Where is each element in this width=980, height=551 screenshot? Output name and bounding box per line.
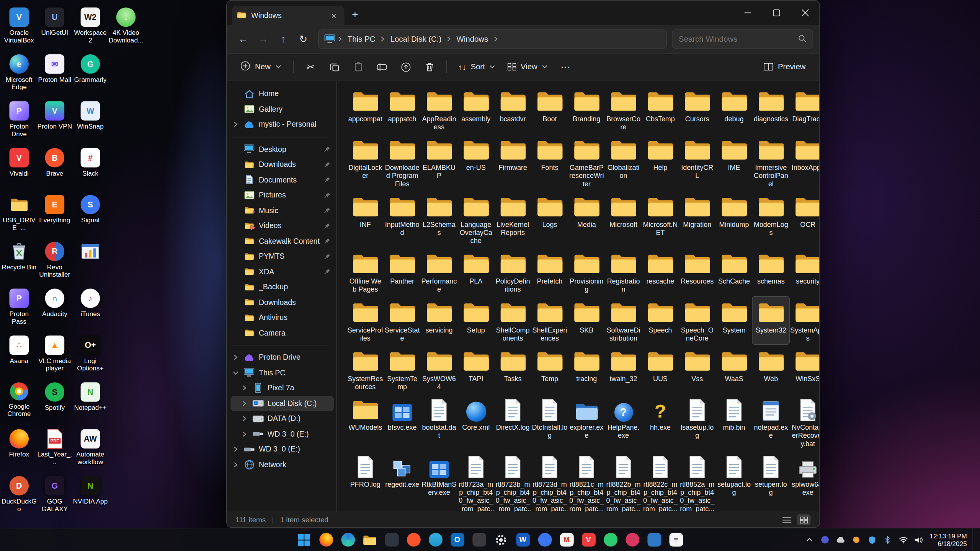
desktop-icon-4k-video-downloader[interactable]: ↓4K Video Download... [108, 8, 144, 54]
share-button[interactable] [394, 57, 417, 77]
folder-item-media[interactable]: Media [568, 191, 605, 247]
onedrive-tray-icon[interactable] [836, 535, 846, 545]
details-view-button[interactable] [780, 514, 794, 525]
folder-item-livekernelreports[interactable]: LiveKernelReports [494, 191, 531, 247]
folder-item-microsoft-net[interactable]: Microsoft.NET [642, 191, 679, 247]
file-item-rtl8822b-mp-chip-bt40-fw-asic-rom-patc[interactable]: rtl8822b_mp_chip_bt40_fw_asic_rom_patc..… [605, 451, 642, 512]
volume-tray-icon[interactable] [914, 535, 924, 545]
desktop-icon-signal[interactable]: SSignal [72, 195, 108, 241]
folder-item-winsxs[interactable]: WinSxS [789, 346, 819, 393]
update-tray-icon[interactable] [851, 535, 861, 545]
folder-item-registration[interactable]: Registration [605, 248, 642, 295]
taskbar-telegram-button[interactable] [427, 531, 444, 548]
chevron-down-icon[interactable] [232, 370, 240, 376]
desktop-icon-everything[interactable]: EEverything [37, 195, 72, 241]
folder-item-inf[interactable]: INF [347, 191, 384, 247]
folder-item-bcastdvr[interactable]: bcastdvr [494, 86, 531, 133]
new-button[interactable]: New [234, 57, 287, 77]
sort-button[interactable]: ↑↓ Sort [452, 57, 501, 77]
folder-item-uus[interactable]: UUS [642, 346, 679, 393]
taskbar-edge-button[interactable] [340, 531, 356, 548]
folder-item-boot[interactable]: Boot [531, 86, 568, 133]
file-item-rtl8723a-mp-chip-bt40-fw-asic-rom-patch[interactable]: rtl8723a_mp_chip_bt40_fw_asic_rom_patch.… [457, 451, 494, 512]
sidebar-item-data-d[interactable]: DATA (D:) [230, 411, 333, 426]
folder-item-modemlogs[interactable]: ModemLogs [753, 191, 789, 247]
desktop-icon-duckduckgo[interactable]: DDuckDuckGo [1, 476, 37, 523]
taskbar-mail-button[interactable]: M [558, 531, 575, 548]
sidebar-item-local-disk-c[interactable]: Local Disk (C:) [230, 396, 333, 411]
taskbar-start-button[interactable] [296, 531, 312, 548]
preview-toggle[interactable]: Preview [757, 57, 812, 77]
folder-item-globalization[interactable]: Globalization [605, 134, 642, 190]
file-item-directx-log[interactable]: DirectX.log [494, 394, 531, 450]
folder-item-wumodels[interactable]: WUModels [347, 394, 384, 450]
sidebar-item-documents[interactable]: Documents [230, 172, 333, 187]
large-icons-view-button[interactable] [797, 514, 811, 525]
sidebar-item-antivirus[interactable]: Antivirus [230, 310, 333, 325]
folder-item-serviceprofiles[interactable]: ServiceProfiles [347, 297, 384, 344]
chevron-right-icon[interactable] [241, 431, 248, 437]
sidebar-item-pictures[interactable]: Pictures [230, 187, 333, 203]
folder-item-apppatch[interactable]: apppatch [384, 86, 420, 133]
sidebar-item-backup[interactable]: _Backup [230, 279, 333, 295]
sidebar-item-pymts[interactable]: PYMTS [230, 249, 333, 264]
folder-item-tapi[interactable]: TAPI [457, 346, 494, 393]
folder-item-security[interactable]: security [789, 248, 819, 295]
file-item-bootstat-dat[interactable]: bootstat.dat [421, 394, 457, 450]
sidebar-item-mystic-personal[interactable]: mystic - Personal [230, 117, 333, 132]
folder-item-setup[interactable]: Setup [457, 297, 494, 344]
folder-item-appcompat[interactable]: appcompat [347, 86, 384, 133]
folder-item-cursors[interactable]: Cursors [679, 86, 715, 133]
folder-item-ocr[interactable]: OCR [789, 191, 819, 247]
chevron-right-icon[interactable] [232, 354, 240, 360]
taskbar-brave-button[interactable] [405, 531, 422, 548]
folder-item-prefetch[interactable]: Prefetch [531, 248, 568, 295]
desktop-icon-brave[interactable]: BBrave [37, 148, 72, 195]
search-box[interactable] [672, 29, 813, 49]
sidebar-item-proton-drive[interactable]: Proton Drive [230, 350, 333, 365]
refresh-button[interactable]: ↻ [293, 30, 313, 49]
folder-item-performance[interactable]: Performance [421, 248, 457, 295]
desktop-icon-oracle-virtualbox[interactable]: VOracle VirtualBox [1, 8, 37, 54]
sidebar-item-camera[interactable]: Camera [230, 325, 333, 341]
taskbar-vivaldi-button[interactable]: V [580, 531, 597, 548]
folder-item-systemapps[interactable]: SystemApps [789, 297, 819, 344]
sidebar-item-gallery[interactable]: Gallery [230, 101, 333, 117]
taskbar-pinned-app-green-button[interactable] [602, 531, 619, 548]
folder-item-temp[interactable]: Temp [531, 346, 568, 393]
desktop-icon-google-chrome[interactable]: Google Chrome [1, 382, 37, 429]
folder-item-gamebarpresencewriter[interactable]: GameBarPresenceWriter [568, 134, 605, 190]
up-button[interactable]: ↑ [273, 30, 293, 49]
breadcrumb-item-local-disk-c[interactable]: Local Disk (C:) [388, 33, 444, 44]
folder-item-downloaded-program-files[interactable]: Downloaded Program Files [384, 134, 420, 190]
folder-item-migration[interactable]: Migration [679, 191, 715, 247]
file-item-pfro-log[interactable]: PFRO.log [347, 451, 384, 512]
folder-item-schcache[interactable]: SchCache [715, 248, 752, 295]
folder-item-firmware[interactable]: Firmware [494, 134, 531, 190]
desktop-icon-usb-drive-folder[interactable]: USB_DRIVE_... [1, 195, 37, 241]
taskbar-signal-button[interactable] [536, 531, 553, 548]
folder-item-syswow64[interactable]: SysWOW64 [421, 346, 457, 393]
sidebar-item-downloads[interactable]: Downloads [230, 295, 333, 310]
folder-item-assembly[interactable]: assembly [457, 86, 494, 133]
forward-button[interactable]: → [253, 30, 273, 49]
taskbar-outlook-button[interactable]: O [449, 531, 466, 548]
desktop-icon-itunes[interactable]: ♪iTunes [72, 289, 108, 335]
folder-item-provisioning[interactable]: Provisioning [568, 248, 605, 295]
sidebar-item-wd-3-0-e[interactable]: WD 3_0 (E:) [230, 442, 333, 457]
security-tray-icon[interactable] [867, 535, 877, 545]
maximize-button[interactable] [762, 1, 791, 25]
folder-item-skb[interactable]: SKB [568, 297, 605, 344]
file-item-core-xml[interactable]: Core.xml [457, 394, 494, 450]
chevron-right-icon[interactable] [241, 385, 248, 391]
file-item-rtkbtmanserv-exe[interactable]: RtkBtManServ.exe [421, 451, 457, 512]
folder-item-shellcomponents[interactable]: ShellComponents [494, 297, 531, 344]
folder-item-tracing[interactable]: tracing [568, 346, 605, 393]
sidebar-item-wd-3-0-e[interactable]: WD 3_0 (E:) [230, 426, 333, 442]
folder-item-ime[interactable]: IME [715, 134, 752, 190]
desktop-icon-proton-mail[interactable]: ✉Proton Mail [37, 54, 72, 101]
folder-item-appreadiness[interactable]: AppReadiness [421, 86, 457, 133]
desktop-icon-asana[interactable]: ∴Asana [1, 336, 37, 382]
desktop-icon-firefox[interactable]: Firefox [1, 429, 37, 476]
search-input[interactable] [679, 35, 793, 44]
